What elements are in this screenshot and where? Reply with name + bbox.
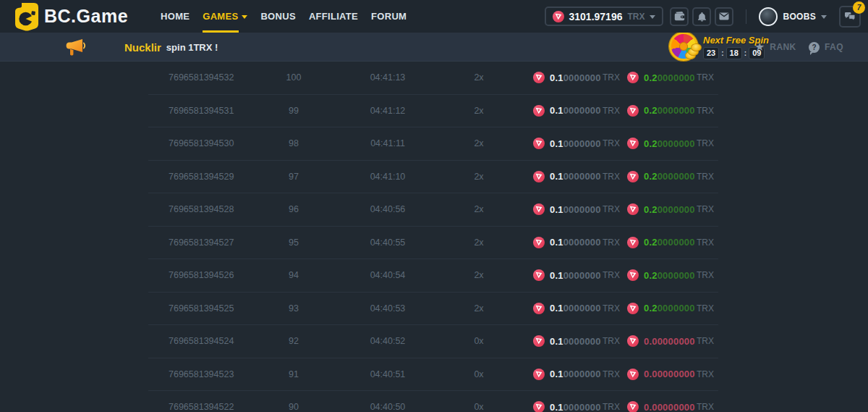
chat-button[interactable]: 7 — [839, 6, 861, 28]
trx-coin-icon — [627, 203, 639, 215]
bet-amount: 0.10000000 — [550, 171, 601, 182]
trx-coin-icon — [533, 72, 545, 83]
bet-amount: 0.10000000 — [550, 72, 601, 83]
bet-time: 04:41:12 — [345, 106, 430, 116]
profit-cell: 0.00000000 — [627, 401, 695, 412]
bc-game-logo-icon — [14, 2, 39, 31]
bet-row[interactable]: 7696581394523 91 04:40:51 0x 0.10000000 … — [148, 358, 718, 392]
profit-cell: 0.20000000 — [627, 303, 695, 314]
timer-separator: : — [721, 49, 723, 57]
faq-label: FAQ — [825, 42, 843, 52]
bc-game-app: BC.Game HOME GAMES BONUS AFFILIATE FORUM… — [0, 0, 868, 412]
bet-row[interactable]: 7696581394531 99 04:41:12 2x 0.10000000 … — [148, 95, 718, 128]
nav-label: BONUS — [260, 11, 295, 22]
bet-currency: TRX — [603, 204, 620, 214]
profit-cell: 0.20000000 — [627, 138, 695, 149]
multiplier: 2x — [443, 270, 514, 280]
bet-currency: TRX — [603, 270, 620, 280]
megaphone-icon — [64, 38, 87, 56]
trx-coin-icon — [627, 105, 639, 117]
timer-minutes: 18 — [726, 47, 742, 59]
bet-time: 04:41:10 — [345, 172, 430, 182]
profit-currency: TRX — [697, 237, 714, 248]
bet-row[interactable]: 7696581394532 100 04:41:13 2x 0.10000000… — [148, 62, 718, 95]
bet-currency: TRX — [603, 72, 620, 83]
bet-row[interactable]: 7696581394528 96 04:40:56 2x 0.10000000 … — [148, 193, 718, 227]
balance-selector[interactable]: 3101.97196 TRX — [545, 7, 664, 26]
profit-cell: 0.00000000 — [627, 335, 695, 347]
trx-coin-icon — [533, 335, 545, 347]
trx-coin-icon — [533, 138, 545, 149]
profit-amount: 0.20000000 — [644, 138, 695, 149]
bet-id: 7696581394528 — [169, 204, 234, 214]
trx-coin-icon — [533, 203, 545, 215]
bet-row[interactable]: 7696581394530 98 04:41:11 2x 0.10000000 … — [148, 127, 718, 161]
profit-cell: 0.20000000 — [627, 237, 695, 248]
divider — [746, 9, 746, 24]
profit-currency: TRX — [697, 402, 714, 412]
bet-currency: TRX — [603, 303, 620, 314]
nav-item-forum[interactable]: FORUM — [365, 0, 413, 33]
avatar — [759, 7, 778, 26]
nav-item-home[interactable]: HOME — [154, 0, 196, 33]
profit-cell: 0.20000000 — [627, 171, 695, 182]
nav-label: GAMES — [203, 11, 238, 22]
trx-coin-icon — [533, 269, 545, 281]
bet-amount: 0.10000000 — [550, 138, 601, 149]
round-number: 95 — [271, 237, 316, 248]
profit-cell: 0.20000000 — [627, 72, 695, 83]
bet-amount: 0.10000000 — [550, 336, 601, 347]
chat-badge: 7 — [853, 1, 865, 14]
multiplier: 2x — [443, 303, 514, 314]
bet-currency: TRX — [603, 402, 620, 412]
bet-id: 7696581394525 — [169, 303, 234, 314]
multiplier: 0x — [443, 402, 514, 412]
nav-label: HOME — [161, 11, 190, 22]
chevron-down-icon — [821, 15, 827, 19]
bet-time: 04:40:56 — [345, 204, 430, 214]
faq-link[interactable]: ? FAQ — [809, 33, 843, 62]
question-icon: ? — [809, 42, 820, 53]
nav-label: FORUM — [371, 11, 407, 22]
trx-coin-icon — [627, 303, 639, 314]
bet-amount-cell: 0.10000000 — [533, 237, 601, 248]
bet-time: 04:41:11 — [345, 138, 430, 148]
profit-cell: 0.20000000 — [627, 269, 695, 281]
trx-coin-icon — [533, 171, 545, 182]
bet-row[interactable]: 7696581394527 95 04:40:55 2x 0.10000000 … — [148, 227, 718, 260]
balance-amount: 3101.97196 — [569, 11, 623, 22]
round-number: 97 — [271, 172, 316, 182]
bet-time: 04:40:50 — [345, 402, 430, 412]
profit-amount: 0.20000000 — [644, 237, 695, 248]
multiplier: 2x — [443, 204, 514, 214]
multiplier: 2x — [443, 72, 514, 83]
bet-row[interactable]: 7696581394529 97 04:41:10 2x 0.10000000 … — [148, 161, 718, 194]
announcement-message[interactable]: Nucklir spin 1TRX ! — [64, 33, 218, 62]
nav-item-games[interactable]: GAMES — [196, 0, 254, 33]
bet-amount-cell: 0.10000000 — [533, 335, 601, 347]
trx-coin-icon — [533, 237, 545, 248]
bet-currency: TRX — [603, 336, 620, 346]
multiplier: 0x — [443, 369, 514, 379]
nav-item-affiliate[interactable]: AFFILIATE — [302, 0, 365, 33]
nav-item-bonus[interactable]: BONUS — [254, 0, 302, 33]
multiplier: 2x — [443, 172, 514, 182]
wallet-button[interactable] — [670, 7, 689, 26]
round-number: 98 — [271, 138, 316, 148]
bet-row[interactable]: 7696581394525 93 04:40:53 2x 0.10000000 … — [148, 293, 718, 326]
bet-row[interactable]: 7696581394522 90 04:40:50 0x 0.10000000 … — [148, 391, 718, 412]
bet-row[interactable]: 7696581394526 94 04:40:54 2x 0.10000000 … — [148, 259, 718, 293]
bet-amount-cell: 0.10000000 — [533, 105, 601, 117]
bets-table: 7696581394532 100 04:41:13 2x 0.10000000… — [148, 62, 718, 412]
profit-cell: 0.00000000 — [627, 369, 695, 380]
bet-row[interactable]: 7696581394524 92 04:40:52 0x 0.10000000 … — [148, 325, 718, 358]
logo[interactable]: BC.Game — [14, 0, 128, 33]
user-menu[interactable]: BOOBS — [759, 7, 827, 26]
username: BOOBS — [783, 12, 816, 22]
notifications-button[interactable] — [692, 7, 711, 26]
rank-link[interactable]: ★ RANK — [754, 33, 796, 62]
mail-icon — [719, 12, 729, 20]
bet-id: 7696581394530 — [169, 138, 234, 148]
profit-amount: 0.20000000 — [644, 171, 695, 182]
mail-button[interactable] — [715, 7, 733, 26]
